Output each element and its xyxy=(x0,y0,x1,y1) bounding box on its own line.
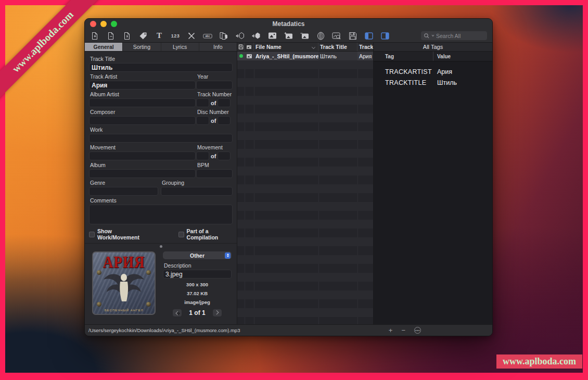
file-list-empty-row xyxy=(237,175,373,184)
year-field[interactable] xyxy=(196,81,233,90)
file-list-empty-row xyxy=(237,140,373,149)
album-artist-field[interactable] xyxy=(89,98,196,107)
search-scope-chevron-icon xyxy=(431,34,434,37)
album-art-band-text: АРИЯ xyxy=(93,254,155,272)
import-tags-icon[interactable] xyxy=(235,31,245,41)
artwork-column-icon xyxy=(246,45,252,49)
text-format-icon[interactable]: T xyxy=(155,31,164,41)
search-artwork-icon[interactable] xyxy=(332,31,341,41)
tools-icon[interactable] xyxy=(187,31,196,41)
column-header-track-artist[interactable]: Track … xyxy=(357,43,373,51)
comments-field[interactable] xyxy=(89,205,233,224)
track-number-field[interactable] xyxy=(196,98,209,107)
all-tags-column-headers: Tag Value xyxy=(374,52,492,61)
save-status-icon xyxy=(238,44,244,49)
track-numbering-icon[interactable]: 123 xyxy=(171,31,180,41)
tab-sorting[interactable]: Sorting xyxy=(123,43,161,51)
artwork-split-divider[interactable] xyxy=(85,243,237,249)
remove-artwork-icon[interactable] xyxy=(300,31,309,41)
track-total-field[interactable] xyxy=(218,98,231,107)
acoustid-lookup-icon[interactable] xyxy=(316,31,325,41)
artwork-page-indicator: 1 of 1 xyxy=(189,309,205,316)
action-menu-button[interactable]: ••• xyxy=(414,327,421,334)
artwork-icon[interactable] xyxy=(267,31,277,41)
modified-status-column-header[interactable] xyxy=(237,43,245,51)
save-icon[interactable] xyxy=(348,31,357,41)
movement-number-field[interactable] xyxy=(196,151,209,160)
tag-row[interactable]: TRACKARTIST Ария xyxy=(374,66,492,77)
compilation-checkbox[interactable] xyxy=(178,232,184,237)
artwork-dimensions: 300 x 300 xyxy=(163,282,232,287)
disc-number-field[interactable] xyxy=(196,116,209,125)
file-list-empty-row xyxy=(237,202,373,211)
tab-info[interactable]: Info xyxy=(199,43,237,51)
movement-total-field[interactable] xyxy=(218,151,231,160)
artwork-type-select[interactable]: Other xyxy=(163,251,232,259)
album-field[interactable] xyxy=(89,169,196,178)
track-title-field[interactable] xyxy=(89,63,233,72)
tag-row[interactable]: TRACKTITLE Штиль xyxy=(374,77,492,88)
rename-icon[interactable]: abc xyxy=(203,31,212,41)
composer-label: Composer xyxy=(90,109,196,115)
genre-field[interactable] xyxy=(89,187,158,196)
file-list-empty-row xyxy=(237,193,373,202)
artwork-pager: 1 of 1 xyxy=(163,309,232,316)
track-number-label: Track Number xyxy=(197,91,233,97)
value-column-header[interactable]: Value xyxy=(433,54,492,59)
tag-value: Ария xyxy=(433,68,492,75)
disc-total-field[interactable] xyxy=(218,116,231,125)
column-header-file-name[interactable]: File Name xyxy=(254,43,318,51)
file-list-empty-row xyxy=(237,220,373,229)
copy-tags-icon[interactable] xyxy=(219,31,228,41)
movement-field[interactable] xyxy=(89,151,196,160)
all-tags-body: TRACKARTIST Ария TRACKTITLE Штиль xyxy=(374,61,492,88)
svg-text:abc: abc xyxy=(205,34,210,37)
row-artwork-icon xyxy=(246,54,252,59)
watermark-badge-text: www.aplboda.com xyxy=(503,356,576,366)
next-artwork-button[interactable] xyxy=(213,309,222,316)
album-art-image[interactable]: АРИЯ БЕСПЕЧНЫЙ АНГЕЛ xyxy=(92,251,156,315)
file-list-empty-row xyxy=(237,282,373,290)
tag-icon[interactable] xyxy=(138,31,148,41)
header-band: General Sorting Lyrics Info File Name Tr… xyxy=(85,43,492,52)
chevron-left-icon xyxy=(175,311,180,315)
add-file-button[interactable]: + xyxy=(389,327,393,334)
search-icon xyxy=(424,33,430,39)
file-list-empty-row xyxy=(237,105,373,113)
description-field[interactable] xyxy=(163,270,232,278)
add-files-icon[interactable] xyxy=(90,31,99,41)
close-files-icon[interactable] xyxy=(122,31,132,41)
file-list-empty-row xyxy=(237,317,373,324)
disc-number-of-label: of xyxy=(211,118,216,124)
artwork-column-header[interactable] xyxy=(245,43,254,51)
file-row-selected[interactable]: Ariya_-_SHtil_(musmore.... Штиль Ария xyxy=(237,52,373,60)
title-bar: Metadatics xyxy=(85,19,492,29)
search-input[interactable] xyxy=(436,33,484,39)
previous-artwork-button[interactable] xyxy=(173,309,182,316)
search-field[interactable] xyxy=(421,31,487,40)
tag-value: Штиль xyxy=(433,79,492,86)
file-list-empty-row xyxy=(237,87,373,96)
artwork-mime-type: image/jpeg xyxy=(163,299,232,305)
bpm-field[interactable] xyxy=(196,169,233,178)
tab-general[interactable]: General xyxy=(85,43,123,51)
export-tags-icon[interactable] xyxy=(251,31,261,41)
remove-files-icon[interactable] xyxy=(106,31,116,41)
show-work-movement-checkbox[interactable] xyxy=(89,232,95,237)
track-artist-field[interactable] xyxy=(89,81,196,90)
work-field[interactable] xyxy=(89,134,233,143)
toggle-right-panel-icon[interactable] xyxy=(380,31,390,41)
tab-lyrics[interactable]: Lyrics xyxy=(161,43,199,51)
add-artwork-icon[interactable] xyxy=(284,31,293,41)
remove-file-button[interactable]: − xyxy=(401,327,405,334)
composer-field[interactable] xyxy=(89,116,196,125)
toggle-left-panel-icon[interactable] xyxy=(364,31,374,41)
file-list-header: File Name Track Title Track … xyxy=(237,43,374,51)
track-artist-label: Track Artist xyxy=(90,73,196,80)
all-tags-panel: Tag Value TRACKARTIST Ария TRACKTITLE Шт… xyxy=(374,52,492,324)
tag-column-header[interactable]: Tag xyxy=(374,52,433,61)
current-file-path: /Users/sergeykochkin/Downloads/Ariya_-_S… xyxy=(88,327,240,333)
grouping-field[interactable] xyxy=(161,187,233,196)
column-header-track-title[interactable]: Track Title xyxy=(318,43,357,51)
file-status-cell xyxy=(237,52,245,60)
